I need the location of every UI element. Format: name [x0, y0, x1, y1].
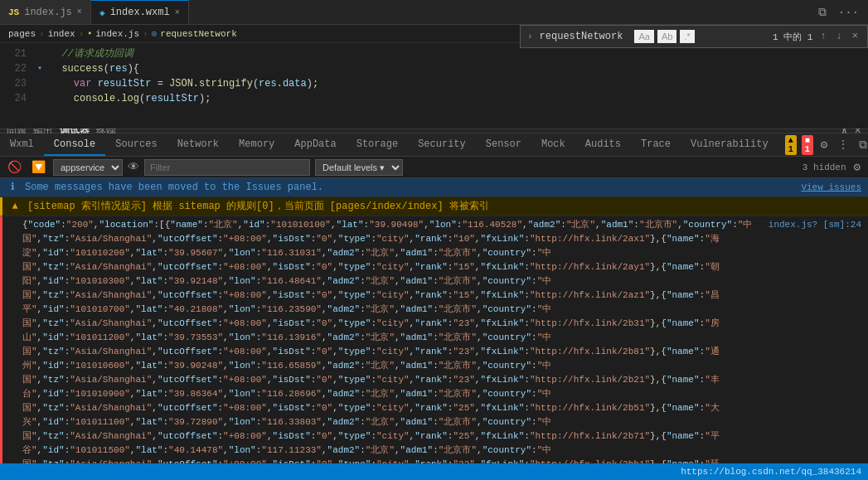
search-next-btn[interactable]: ↓ — [834, 31, 845, 42]
info-msg-text: Some messages have been moved to the Iss… — [25, 180, 794, 195]
more-actions-icon[interactable]: ··· — [836, 6, 861, 19]
console-msg-info: ℹ Some messages have been moved to the I… — [0, 178, 868, 197]
search-regex-btn[interactable]: .* — [680, 30, 694, 43]
warning-badge: ▲ 1 — [785, 135, 797, 155]
tab-close-index-wxml[interactable]: × — [175, 8, 180, 17]
warning-msg-text: [sitemap 索引情况提示] 根据 sitemap 的规则[0]，当前页面 … — [27, 199, 861, 214]
js-file-icon: JS — [8, 7, 19, 17]
split-editor-icon[interactable]: ⧉ — [816, 6, 829, 19]
toggle-filter-btn[interactable]: 🔽 — [29, 158, 48, 176]
tab-appdata[interactable]: AppData — [284, 133, 346, 156]
breadcrumb-js-icon: ▪ — [87, 29, 92, 38]
tab-index-js[interactable]: JS index.js × — [0, 0, 91, 24]
tab-audits[interactable]: Audits — [575, 133, 631, 156]
search-case-btn[interactable]: Aa — [634, 30, 653, 43]
search-prev-btn[interactable]: ↑ — [817, 31, 828, 42]
tab-sources[interactable]: Sources — [105, 133, 167, 156]
breadcrumb-part-1[interactable]: pages — [8, 29, 36, 39]
devtools-toolbar: 🚫 🔽 appservice 👁 Default levels ▾ 3 hidd… — [0, 157, 868, 178]
data-source-link[interactable]: index.js? [sm]:24 — [762, 218, 861, 232]
devtools-more-icon[interactable]: ⋮ — [835, 138, 851, 152]
code-line-23: var resultStr = JSON.stringify(res.data)… — [46, 76, 868, 91]
search-word-btn[interactable]: Ab — [657, 30, 676, 43]
search-close-btn[interactable]: × — [850, 31, 861, 42]
console-settings-icon[interactable]: ⚙ — [851, 160, 863, 174]
status-bar: https://blog.csdn.net/qq_38436214 — [0, 463, 868, 480]
hidden-count: 3 hidden — [803, 162, 846, 172]
devtools-tab-actions: ▲ 1 ■ 1 ⚙ ⋮ ⧉ — [778, 133, 868, 156]
breadcrumb-sep-3: › — [143, 29, 148, 39]
tab-vulnerability[interactable]: Vulnerability — [681, 133, 778, 156]
breadcrumb-func-icon: ⊙ — [152, 28, 158, 39]
view-issues-link[interactable]: View issues — [801, 180, 861, 195]
breadcrumb-part-2[interactable]: index — [48, 29, 75, 39]
tab-index-wxml[interactable]: ◈ index.wxml × — [91, 0, 189, 24]
clear-console-btn[interactable]: 🚫 — [5, 158, 24, 176]
info-icon: ℹ — [7, 180, 18, 195]
tab-label-index-js: index.js — [24, 7, 72, 18]
tab-label-index-wxml: index.wxml — [110, 7, 170, 18]
breadcrumb-part-3[interactable]: index.js — [95, 29, 139, 39]
error-badge: ■ 1 — [802, 135, 813, 155]
devtools-detach-icon[interactable]: ⧉ — [856, 138, 868, 152]
search-label: requestNetwork — [540, 31, 623, 42]
context-selector[interactable]: appservice — [53, 159, 123, 176]
tab-mock[interactable]: Mock — [531, 133, 575, 156]
code-line-24: console.log(resultStr); — [46, 91, 868, 106]
console-msg-warning: ▲ [sitemap 索引情况提示] 根据 sitemap 的规则[0]，当前页… — [0, 197, 868, 216]
editor-area: JS index.js × ◈ index.wxml × ⧉ ··· pages… — [0, 0, 868, 128]
tab-wxml[interactable]: Wxml — [0, 133, 44, 156]
editor-tab-bar: JS index.js × ◈ index.wxml × ⧉ ··· — [0, 0, 868, 25]
tab-trace[interactable]: Trace — [631, 133, 681, 156]
line-numbers: 21 22 23 24 — [0, 43, 33, 128]
breadcrumb-func-name[interactable]: requestNetwork — [160, 29, 236, 39]
tab-storage[interactable]: Storage — [347, 133, 408, 156]
tab-sensor[interactable]: Sensor — [476, 133, 531, 156]
data-block-header: {"code":"200","location":[{"name":"北京","… — [22, 218, 861, 463]
code-line-22: success(res){ — [46, 61, 868, 76]
breadcrumb-sep-1: › — [39, 29, 45, 39]
code-container: 21 22 23 24 ▾ //请求成功回调 success(res){ var… — [0, 43, 868, 128]
settings-gear-icon[interactable]: ⚙ — [818, 138, 830, 152]
tab-memory[interactable]: Memory — [229, 133, 284, 156]
search-overlay: › requestNetwork Aa Ab .* 1 中的 1 ↑ ↓ × — [520, 25, 868, 48]
devtools-tab-bar: Wxml Console Sources Network Memory AppD… — [0, 133, 868, 157]
status-url: https://blog.csdn.net/qq_38436214 — [681, 467, 861, 477]
fold-arrow[interactable]: ▾ — [37, 61, 42, 76]
wxml-file-icon: ◈ — [99, 7, 105, 18]
log-level-selector[interactable]: Default levels ▾ — [315, 159, 403, 176]
breadcrumb-sep-2: › — [79, 29, 85, 39]
eye-icon[interactable]: 👁 — [128, 161, 139, 174]
tab-console[interactable]: Console — [44, 133, 105, 156]
tab-close-index-js[interactable]: × — [77, 7, 82, 17]
devtools-panel: Wxml Console Sources Network Memory AppD… — [0, 133, 868, 463]
console-content[interactable]: ℹ Some messages have been moved to the I… — [0, 178, 868, 463]
search-count: 1 中的 1 — [773, 31, 812, 43]
code-lines: //请求成功回调 success(res){ var resultStr = J… — [46, 43, 868, 128]
editor-tab-actions: ⧉ ··· — [809, 0, 868, 24]
search-input-area: Aa Ab .* — [634, 30, 768, 43]
data-block-text: {"code":"200","location":[{"name":"北京","… — [22, 218, 762, 463]
code-line-21: //请求成功回调 — [46, 46, 868, 61]
tab-security[interactable]: Security — [408, 133, 476, 156]
console-filter-input[interactable] — [144, 159, 310, 176]
warning-icon: ▲ — [9, 199, 21, 214]
search-chevron-icon: › — [527, 32, 533, 41]
console-data-block: {"code":"200","location":[{"name":"北京","… — [0, 216, 868, 463]
tab-network[interactable]: Network — [167, 133, 229, 156]
fold-arrows: ▾ — [33, 43, 46, 128]
